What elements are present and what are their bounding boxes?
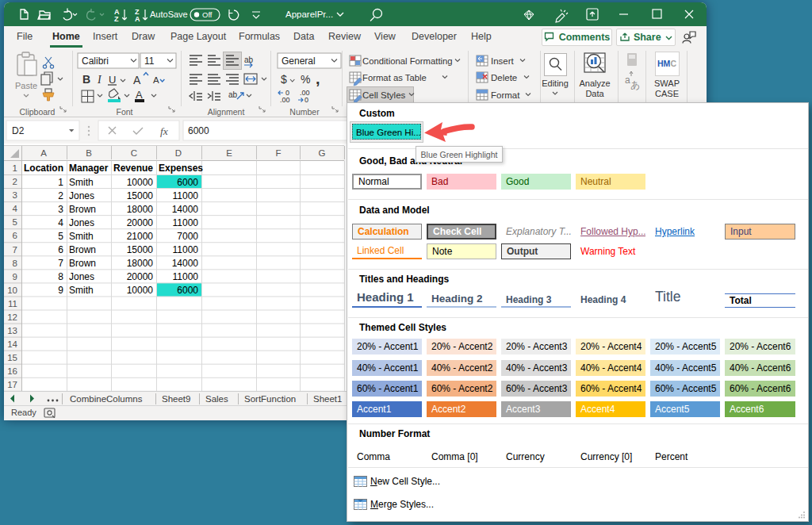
svg-text:HMC: HMC <box>657 59 676 68</box>
svg-text:Smith: Smith <box>69 285 94 296</box>
svg-text:18000: 18000 <box>127 204 154 215</box>
svg-text:Font: Font <box>116 107 132 117</box>
svg-text:Brown: Brown <box>69 204 96 215</box>
svg-text:Jones: Jones <box>69 190 94 201</box>
svg-text:14000: 14000 <box>172 258 199 269</box>
svg-text:Off: Off <box>202 10 213 19</box>
svg-text:11000: 11000 <box>173 271 199 282</box>
svg-text:A: A <box>136 89 143 101</box>
svg-text:2: 2 <box>13 177 17 186</box>
svg-text:4: 4 <box>58 217 63 228</box>
svg-text:Clipboard: Clipboard <box>20 107 56 117</box>
svg-text:Manager: Manager <box>69 163 109 174</box>
svg-text:3: 3 <box>58 204 63 215</box>
svg-text:3: 3 <box>13 190 17 200</box>
svg-text:A: A <box>40 148 47 158</box>
svg-text:Z: Z <box>114 15 119 23</box>
svg-text:1: 1 <box>58 177 63 188</box>
svg-text:10000: 10000 <box>127 177 154 188</box>
svg-text:Data: Data <box>585 89 604 98</box>
svg-text:F: F <box>275 148 281 158</box>
svg-text:E: E <box>226 148 232 158</box>
svg-text:A: A <box>135 15 140 23</box>
svg-text:6000: 6000 <box>177 285 198 296</box>
svg-text:CombineColumns: CombineColumns <box>70 394 143 404</box>
svg-text:Format: Format <box>491 90 520 100</box>
svg-text:,: , <box>316 70 320 87</box>
svg-text:2: 2 <box>58 190 63 201</box>
svg-text:6: 6 <box>13 231 17 240</box>
svg-text:Sales: Sales <box>205 394 228 404</box>
svg-text:0: 0 <box>304 96 308 104</box>
svg-text:ApparelPr...: ApparelPr... <box>285 10 333 19</box>
svg-text:14000: 14000 <box>172 204 199 215</box>
svg-text:8: 8 <box>13 259 17 268</box>
svg-text:あ: あ <box>630 79 640 90</box>
svg-text:G: G <box>319 148 326 158</box>
svg-text:16: 16 <box>7 366 17 376</box>
svg-text:A: A <box>153 75 159 85</box>
svg-text:Smith: Smith <box>69 177 94 188</box>
svg-text:AutoSave: AutoSave <box>150 10 188 19</box>
svg-text:Cell Styles: Cell Styles <box>362 90 406 100</box>
svg-text:%: % <box>301 73 310 86</box>
svg-text:20000: 20000 <box>127 271 154 282</box>
svg-text:Format as Table: Format as Table <box>362 73 427 82</box>
svg-text:SWAP: SWAP <box>654 79 680 88</box>
svg-text:11: 11 <box>8 299 17 308</box>
svg-text:20000: 20000 <box>127 217 154 228</box>
svg-text:11000: 11000 <box>173 190 199 201</box>
svg-text:4: 4 <box>13 204 18 213</box>
svg-text:11000: 11000 <box>173 217 199 228</box>
svg-text:5: 5 <box>13 217 17 227</box>
svg-text:C: C <box>131 148 137 158</box>
svg-text:13: 13 <box>7 326 17 335</box>
svg-text:6000: 6000 <box>177 177 198 188</box>
svg-text:15000: 15000 <box>127 244 154 255</box>
svg-text:10000: 10000 <box>127 285 154 296</box>
svg-text:Number: Number <box>289 107 320 117</box>
svg-text:Expenses: Expenses <box>159 163 203 174</box>
svg-text:B: B <box>86 148 92 158</box>
svg-text:Insert: Insert <box>491 56 515 66</box>
svg-text:11: 11 <box>144 56 155 67</box>
svg-text:fx: fx <box>160 125 168 137</box>
svg-text:B: B <box>82 73 90 86</box>
svg-text:Sheet9: Sheet9 <box>162 394 190 404</box>
svg-text:Location: Location <box>24 163 63 174</box>
svg-text:U: U <box>109 74 116 86</box>
svg-text:Brown: Brown <box>69 244 96 255</box>
svg-text:7000: 7000 <box>177 231 198 242</box>
svg-text:Calibri: Calibri <box>82 56 109 67</box>
svg-text:10: 10 <box>7 285 17 295</box>
svg-text:SortFunction: SortFunction <box>244 394 296 404</box>
svg-text:9: 9 <box>13 272 17 282</box>
svg-text:18000: 18000 <box>127 258 154 269</box>
svg-text:21000: 21000 <box>127 231 154 242</box>
svg-text:.00: .00 <box>280 96 290 104</box>
svg-text:Delete: Delete <box>491 73 517 82</box>
svg-text:ab: ab <box>244 56 254 64</box>
svg-text:Sheet1: Sheet1 <box>313 394 342 404</box>
svg-text:Jones: Jones <box>69 217 94 228</box>
svg-text:7: 7 <box>58 258 63 269</box>
svg-text:6: 6 <box>58 244 63 255</box>
svg-text:15000: 15000 <box>127 190 154 201</box>
svg-text:1: 1 <box>13 163 17 173</box>
svg-text:5: 5 <box>58 231 63 242</box>
svg-text:a: a <box>625 75 630 86</box>
svg-text:11000: 11000 <box>173 244 199 255</box>
svg-text:7: 7 <box>13 245 17 255</box>
svg-text:Editing: Editing <box>542 79 569 88</box>
svg-text:ab: ab <box>228 90 238 99</box>
svg-text:D: D <box>175 148 182 158</box>
svg-text:Brown: Brown <box>69 258 96 269</box>
svg-text:14: 14 <box>7 339 17 349</box>
svg-text:$: $ <box>281 73 287 86</box>
svg-text:Smith: Smith <box>69 231 94 242</box>
svg-text:12: 12 <box>7 312 17 322</box>
svg-text:9: 9 <box>58 285 63 296</box>
svg-text:15: 15 <box>7 353 17 362</box>
svg-text:CASE: CASE <box>655 89 679 98</box>
svg-text:8: 8 <box>58 271 63 282</box>
